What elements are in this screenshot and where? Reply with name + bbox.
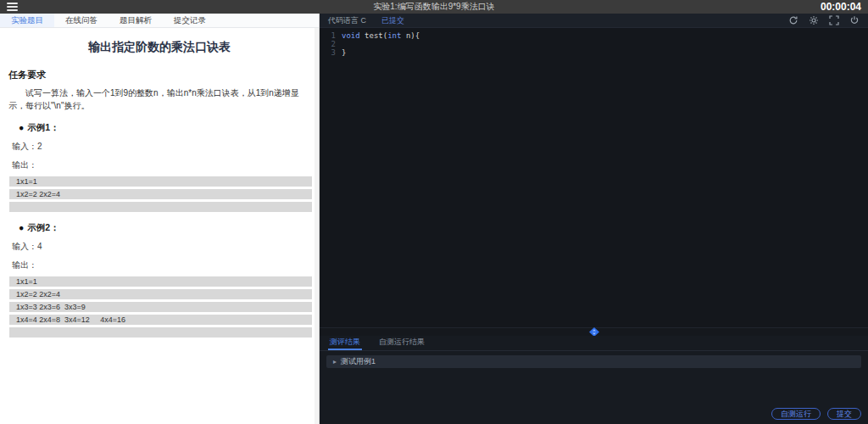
code-content[interactable]: void test(int n){ } bbox=[342, 31, 420, 327]
testcase-1-row[interactable]: ▸测试用例1 bbox=[326, 355, 861, 368]
line-numbers: 1 2 3 bbox=[320, 31, 342, 327]
example2-heading: ●示例2： bbox=[19, 222, 319, 234]
tab-experiment-problem[interactable]: 实验题目 bbox=[0, 14, 54, 27]
problem-panel: 实验题目 在线问答 题目解析 提交记录 输出指定阶数的乘法口诀表 任务要求 试写… bbox=[0, 14, 320, 424]
example1-heading: ●示例1： bbox=[19, 122, 319, 134]
submit-button[interactable]: 提交 bbox=[827, 408, 861, 420]
example1-output-rows: 1x1=1 1x2=2 2x2=4 bbox=[0, 176, 319, 212]
expand-arrow-icon: ▸ bbox=[333, 358, 337, 365]
selftest-run-button[interactable]: 自测运行 bbox=[771, 408, 821, 420]
editor-panel: 代码语言 C 已提交 1 2 bbox=[320, 14, 868, 424]
bullet-icon: ● bbox=[19, 222, 24, 232]
tab-submitted[interactable]: 已提交 bbox=[381, 15, 404, 26]
example2-input: 输入：4 bbox=[12, 241, 319, 253]
experiment-title: 实验1:编写函数输出9*9乘法口诀 bbox=[0, 0, 868, 14]
panel-splitter[interactable] bbox=[320, 327, 868, 336]
example1-output-label: 输出： bbox=[12, 159, 319, 171]
output-row: 1x2=2 2x2=4 bbox=[9, 289, 312, 299]
code-language-label[interactable]: 代码语言 C bbox=[328, 15, 366, 26]
tab-online-qa[interactable]: 在线问答 bbox=[54, 14, 108, 27]
example1-input: 输入：2 bbox=[12, 141, 319, 153]
code-editor[interactable]: 1 2 3 void test(int n){ } bbox=[320, 28, 868, 327]
results-panel: 测评结果 自测运行结果 ▸测试用例1 自测运行 提交 bbox=[320, 336, 868, 424]
bullet-icon: ● bbox=[19, 122, 24, 132]
requirement-heading: 任务要求 bbox=[8, 69, 319, 81]
problem-content: 输出指定阶数的乘法口诀表 任务要求 试写一算法，输入一个1到9的整数n，输出n*… bbox=[0, 28, 319, 424]
timer: 00:00:04 bbox=[821, 0, 861, 14]
output-row: 1x1=1 bbox=[9, 276, 312, 287]
example2-output-rows: 1x1=1 1x2=2 2x2=4 1x3=3 2x3=6 3x3=9 1x4=… bbox=[0, 276, 319, 338]
output-row: 1x3=3 2x3=6 3x3=9 bbox=[9, 302, 312, 312]
problem-title: 输出指定阶数的乘法口诀表 bbox=[0, 40, 319, 55]
tab-evaluation-result[interactable]: 测评结果 bbox=[328, 336, 362, 350]
tab-submission-history[interactable]: 提交记录 bbox=[163, 14, 217, 27]
fullscreen-icon[interactable] bbox=[829, 15, 839, 25]
requirement-text: 试写一算法，输入一个1到9的整数n，输出n*n乘法口诀表，从1到n递增显示，每行… bbox=[8, 86, 310, 112]
topbar: 实验1:编写函数输出9*9乘法口诀 00:00:04 bbox=[0, 0, 868, 14]
tab-selftest-result[interactable]: 自测运行结果 bbox=[377, 336, 426, 350]
power-icon[interactable] bbox=[849, 15, 860, 25]
left-scrollbar[interactable] bbox=[314, 28, 319, 424]
results-tabbar: 测评结果 自测运行结果 bbox=[320, 336, 868, 351]
editor-header: 代码语言 C 已提交 bbox=[320, 14, 868, 28]
example2-output-label: 输出： bbox=[12, 259, 319, 271]
tab-problem-analysis[interactable]: 题目解析 bbox=[108, 14, 163, 27]
output-row: 1x4=4 2x4=8 3x4=12 4x4=16 bbox=[9, 315, 312, 325]
output-row bbox=[9, 327, 312, 338]
editor-toolbar bbox=[788, 15, 860, 25]
output-row: 1x2=2 2x2=4 bbox=[9, 189, 312, 199]
problem-tabbar: 实验题目 在线问答 题目解析 提交记录 bbox=[0, 14, 319, 28]
settings-icon[interactable] bbox=[809, 15, 819, 25]
output-row bbox=[9, 202, 312, 212]
action-buttons: 自测运行 提交 bbox=[771, 408, 861, 420]
refresh-icon[interactable] bbox=[788, 15, 798, 25]
testcase-label: 测试用例1 bbox=[341, 357, 376, 365]
output-row: 1x1=1 bbox=[9, 176, 312, 187]
